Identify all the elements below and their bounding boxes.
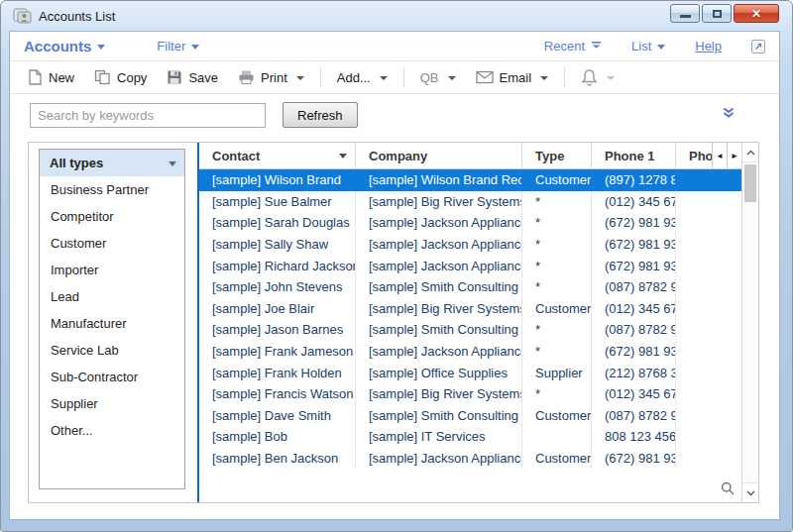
add-button[interactable]: Add... (329, 66, 396, 89)
notifications-button[interactable] (573, 64, 623, 90)
refresh-button[interactable]: Refresh (283, 102, 358, 128)
print-button[interactable]: Print (230, 65, 312, 89)
column-header-contact[interactable]: Contact (199, 143, 356, 168)
table-row[interactable]: [sample] Sue Balmer[sample] Big River Sy… (199, 191, 741, 213)
cell-phone2 (676, 341, 741, 363)
sidebar-item[interactable]: Business Partner (40, 176, 184, 203)
table-row[interactable]: [sample] Francis Watson[sample] Big Rive… (199, 383, 741, 405)
cell-company: [sample] Smith Consulting (356, 405, 522, 427)
list-menu[interactable]: List (631, 39, 665, 53)
maximize-button[interactable] (702, 4, 732, 23)
scroll-up-button[interactable] (742, 143, 758, 162)
cell-phone1: (087) 8782 9829 (592, 276, 676, 298)
table-row[interactable]: [sample] Bob[sample] IT Services808 123 … (199, 426, 741, 448)
chevron-up-icon (746, 150, 755, 156)
chevron-down-icon (540, 76, 548, 80)
list-menu-label: List (631, 39, 651, 53)
horizontal-scroll-buttons: ◄ ► (712, 143, 741, 168)
cell-phone1: (672) 981 93600 (592, 255, 676, 276)
help-link[interactable]: Help (695, 39, 722, 53)
column-header-label: Phone 1 (605, 149, 655, 163)
cell-phone2 (676, 362, 741, 383)
minimize-button[interactable] (670, 4, 700, 23)
sidebar-item[interactable]: Customer (40, 230, 184, 257)
close-button[interactable]: ✕ (734, 4, 779, 23)
toolbar-separator (564, 67, 565, 87)
cell-phone2 (676, 212, 741, 234)
recent-menu-label: Recent (544, 39, 585, 53)
cell-type (522, 426, 592, 448)
recent-menu[interactable]: Recent (544, 39, 602, 53)
magnifier-icon[interactable] (721, 481, 735, 495)
column-header-type[interactable]: Type (522, 143, 592, 168)
table-row[interactable]: [sample] Dave Smith[sample] Smith Consul… (199, 405, 741, 427)
chevron-down-icon (380, 76, 388, 80)
sidebar-item[interactable]: Competitor (40, 203, 184, 230)
table-row[interactable]: [sample] Sally Shaw[sample] Jackson Appl… (199, 234, 741, 256)
sidebar-item[interactable]: Sub-Contractor (40, 364, 184, 390)
accounts-menu-label: Accounts (24, 38, 91, 54)
table-row[interactable]: [sample] Frank Holden[sample] Office Sup… (199, 362, 741, 383)
scroll-right-button[interactable]: ► (727, 143, 741, 168)
sidebar-item[interactable]: Importer (40, 257, 184, 283)
cell-company: [sample] Jackson Appliances (356, 448, 522, 470)
sidebar-item[interactable]: Supplier (40, 390, 184, 417)
sidebar-item[interactable]: Manufacturer (40, 310, 184, 337)
table-row[interactable]: [sample] Ben Jackson[sample] Jackson App… (199, 448, 741, 470)
email-button[interactable]: Email (468, 66, 557, 89)
cell-contact: [sample] Joe Blair (199, 298, 356, 320)
cell-phone1: (672) 981 93601 (592, 448, 676, 470)
scroll-left-button[interactable]: ◄ (712, 143, 727, 168)
table-row[interactable]: [sample] Wilson Brand[sample] Wilson Bra… (199, 169, 741, 191)
cell-type: * (522, 212, 592, 234)
vertical-scrollbar[interactable] (741, 143, 758, 502)
cell-phone2 (676, 255, 741, 276)
cell-phone2 (676, 169, 741, 191)
email-envelope-icon (476, 70, 494, 84)
cell-contact: [sample] Sally Shaw (199, 234, 356, 256)
filter-menu-label: Filter (157, 39, 185, 53)
titlebar[interactable]: Accounts List ✕ (1, 1, 792, 31)
sidebar-item[interactable]: Service Lab (40, 337, 184, 364)
accounts-menu[interactable]: Accounts (24, 38, 105, 54)
cell-contact: [sample] Ben Jackson (199, 448, 356, 470)
cell-phone2 (676, 448, 741, 470)
chevron-down-icon (607, 76, 615, 80)
scroll-down-button[interactable] (742, 482, 758, 502)
type-filter-items: Business PartnerCompetitorCustomerImport… (40, 176, 184, 444)
filter-menu[interactable]: Filter (157, 39, 199, 53)
cell-phone1: (087) 8782 9828 (592, 405, 676, 427)
cell-contact: [sample] Wilson Brand (199, 169, 356, 191)
popup-window-icon[interactable] (751, 40, 765, 53)
cell-type: Customer (522, 298, 592, 320)
new-button[interactable]: New (20, 65, 82, 89)
chevron-down-icon (296, 76, 304, 80)
sidebar-item[interactable]: Other... (40, 417, 184, 444)
column-header-phone1[interactable]: Phone 1 (592, 143, 676, 168)
cell-contact: [sample] Frank Holden (199, 362, 356, 383)
cell-phone2 (676, 426, 741, 448)
table-row[interactable]: [sample] Frank Jameson[sample] Jackson A… (199, 341, 741, 363)
table-row[interactable]: [sample] Joe Blair[sample] Big River Sys… (199, 298, 741, 320)
column-header-label: Contact (212, 149, 260, 163)
cell-phone2 (676, 276, 741, 298)
type-filter-selected[interactable]: All types (40, 150, 184, 176)
expand-double-chevron-icon[interactable] (722, 106, 736, 124)
copy-button[interactable]: Copy (86, 65, 155, 89)
qb-button[interactable]: QB (412, 66, 464, 89)
type-filter-list: All types Business PartnerCompetitorCust… (39, 149, 185, 489)
print-icon (238, 69, 255, 85)
table-row[interactable]: [sample] Richard Jackson[sample] Jackson… (199, 255, 741, 276)
cell-contact: [sample] John Stevens (199, 276, 356, 298)
cell-company: [sample] Office Supplies (356, 362, 522, 383)
chevron-down-icon (657, 45, 665, 50)
cell-contact: [sample] Jason Barnes (199, 319, 356, 341)
save-button[interactable]: Save (159, 65, 226, 89)
column-header-company[interactable]: Company (356, 143, 522, 168)
table-row[interactable]: [sample] Jason Barnes[sample] Smith Cons… (199, 319, 741, 341)
table-row[interactable]: [sample] John Stevens[sample] Smith Cons… (199, 276, 741, 298)
sidebar-item[interactable]: Lead (40, 283, 184, 310)
scrollbar-thumb[interactable] (744, 164, 756, 202)
search-input[interactable] (30, 103, 266, 128)
table-row[interactable]: [sample] Sarah Douglas[sample] Jackson A… (199, 212, 741, 234)
